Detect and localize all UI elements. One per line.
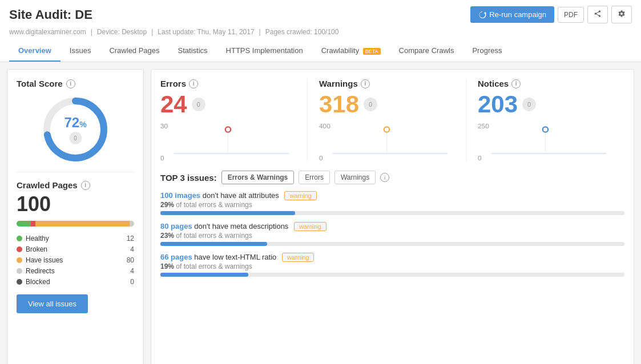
notices-label: Notices — [478, 79, 509, 88]
total-score-info-icon[interactable]: i — [66, 79, 75, 88]
header: Site Audit: DE Re-run campaign PDF www.d… — [0, 0, 641, 62]
warnings-label: Warnings — [319, 79, 358, 88]
legend-item-have-issues: Have issues 80 — [17, 256, 134, 264]
score-badge: 0 — [69, 132, 82, 144]
issue-badge-1: warning — [284, 191, 317, 200]
tab-crawled-pages[interactable]: Crawled Pages — [100, 41, 168, 62]
errors-chart-svg: 30 0 — [160, 122, 296, 161]
pages-progress-bar — [17, 221, 134, 227]
issue-badge-3: warning — [282, 253, 315, 262]
page-title: Site Audit: DE — [9, 7, 92, 22]
pages-crawled: Pages crawled: 100/100 — [265, 28, 339, 36]
issue-text-2: don't have meta descriptions — [194, 222, 288, 230]
issue-link-1[interactable]: 100 images — [160, 191, 200, 200]
top3-info-icon[interactable]: i — [380, 173, 389, 182]
top3-header: TOP 3 issues: Errors & Warnings Errors W… — [160, 171, 624, 184]
crawled-pages-info-icon[interactable]: i — [81, 181, 90, 190]
beta-badge: BETA — [363, 48, 381, 55]
notices-metric: Notices i 203 0 250 0 — [466, 79, 624, 161]
issue-row-1: 100 images don't have alt attributes war… — [160, 191, 624, 215]
total-score-title: Total Score i — [17, 79, 134, 88]
filter-errors[interactable]: Errors — [299, 171, 330, 184]
settings-button[interactable] — [611, 6, 632, 23]
legend-item-redirects: Redirects 4 — [17, 267, 134, 275]
crawled-pages-title: Crawled Pages i — [17, 180, 134, 190]
svg-point-6 — [225, 127, 231, 132]
errors-value: 24 — [160, 91, 187, 118]
donut-chart-container: 72% 0 — [17, 95, 134, 164]
tab-progress[interactable]: Progress — [463, 41, 511, 62]
tab-compare-crawls[interactable]: Compare Crawls — [390, 41, 463, 62]
right-panel: Errors i 24 0 30 0 — [151, 69, 634, 364]
healthy-count: 12 — [127, 234, 134, 242]
divider-1 — [17, 172, 134, 172]
svg-text:250: 250 — [478, 122, 489, 130]
rerun-button[interactable]: Re-run campaign — [470, 6, 554, 23]
issue-title-1: 100 images don't have alt attributes war… — [160, 191, 624, 200]
pdf-button[interactable]: PDF — [558, 7, 584, 23]
broken-label: Broken — [26, 245, 47, 253]
header-top: Site Audit: DE Re-run campaign PDF — [9, 6, 632, 28]
issue-bar-bg-1 — [160, 211, 624, 215]
svg-point-16 — [543, 127, 548, 132]
issue-title-3: 66 pages have low text-HTML ratio warnin… — [160, 253, 624, 261]
device-info: Device: Desktop — [97, 28, 147, 36]
errors-metric: Errors i 24 0 30 0 — [160, 79, 307, 161]
warnings-info-icon[interactable]: i — [361, 79, 370, 88]
filter-warnings[interactable]: Warnings — [334, 171, 376, 184]
issue-bar-bg-2 — [160, 242, 624, 246]
legend-item-broken: Broken 4 — [17, 245, 134, 253]
blocked-count: 0 — [130, 278, 134, 286]
svg-text:0: 0 — [319, 154, 323, 161]
tab-statistics[interactable]: Statistics — [169, 41, 217, 62]
issue-link-2[interactable]: 80 pages — [160, 222, 192, 230]
warnings-badge: 0 — [364, 98, 377, 111]
notices-info-icon[interactable]: i — [511, 79, 521, 88]
last-update: Last update: Thu, May 11, 2017 — [158, 28, 254, 36]
warnings-chart: 400 0 — [319, 122, 454, 161]
issue-bar-fill-3 — [160, 273, 248, 277]
issue-badge-2: warning — [294, 222, 326, 231]
issue-text-3: have low text-HTML ratio — [194, 253, 276, 261]
share-button[interactable] — [587, 6, 608, 23]
donut-center: 72% 0 — [64, 115, 86, 144]
warnings-chart-svg: 400 0 — [319, 122, 454, 161]
broken-count: 4 — [130, 245, 134, 253]
warnings-metric: Warnings i 318 0 400 0 — [307, 79, 466, 161]
top3-title: TOP 3 issues: — [160, 173, 217, 183]
tab-overview[interactable]: Overview — [9, 41, 61, 62]
tab-crawlability[interactable]: Crawlability BETA — [312, 41, 390, 62]
view-all-issues-button[interactable]: View all issues — [17, 294, 88, 313]
blocked-label: Blocked — [26, 278, 50, 286]
svg-text:400: 400 — [319, 122, 330, 130]
issue-title-2: 80 pages don't have meta descriptions wa… — [160, 222, 624, 230]
notices-chart: 250 0 — [478, 122, 613, 161]
notices-badge: 0 — [522, 98, 536, 111]
header-actions: Re-run campaign PDF — [470, 6, 632, 23]
errors-info-icon[interactable]: i — [189, 79, 198, 88]
tabs-nav: Overview Issues Crawled Pages Statistics… — [9, 41, 632, 62]
redirects-label: Redirects — [26, 267, 55, 275]
tab-issues[interactable]: Issues — [61, 41, 100, 62]
tab-https[interactable]: HTTPS Implementation — [217, 41, 312, 62]
crawled-count: 100 — [17, 192, 134, 216]
issue-link-3[interactable]: 66 pages — [160, 253, 192, 261]
issues-dot — [17, 257, 22, 263]
issue-sub-3: 19% of total errors & warnings — [160, 262, 624, 270]
filter-errors-warnings[interactable]: Errors & Warnings — [221, 171, 295, 184]
share-icon — [594, 10, 602, 18]
svg-text:30: 30 — [160, 122, 168, 130]
warnings-value: 318 — [319, 91, 359, 118]
pb-issues — [35, 221, 130, 227]
healthy-dot — [17, 236, 22, 241]
issues-label: Have issues — [26, 256, 63, 264]
notices-value: 203 — [478, 91, 518, 118]
errors-label: Errors — [160, 79, 186, 88]
notices-chart-svg: 250 0 — [478, 122, 613, 161]
issue-bar-bg-3 — [160, 273, 624, 277]
legend-list: Healthy 12 Broken 4 Have issues 80 — [17, 234, 134, 286]
issues-count: 80 — [127, 256, 134, 264]
svg-text:0: 0 — [478, 154, 482, 161]
score-percent: 72% — [64, 115, 86, 130]
broken-dot — [17, 246, 22, 252]
